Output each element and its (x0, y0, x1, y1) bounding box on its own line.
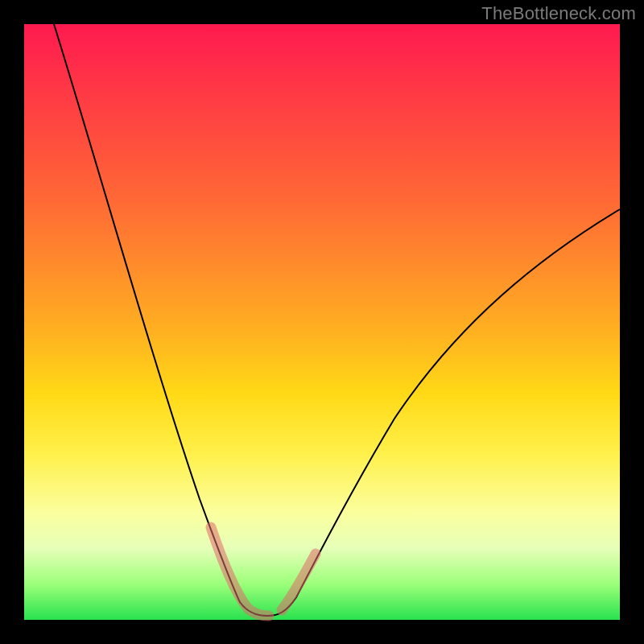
plot-area (24, 24, 620, 620)
chart-frame: TheBottleneck.com (0, 0, 644, 644)
highlight-right (282, 554, 316, 610)
highlight-left (211, 527, 269, 616)
watermark-text: TheBottleneck.com (481, 3, 636, 24)
bottleneck-curve-svg (24, 24, 620, 620)
bottleneck-curve-path (54, 24, 620, 616)
